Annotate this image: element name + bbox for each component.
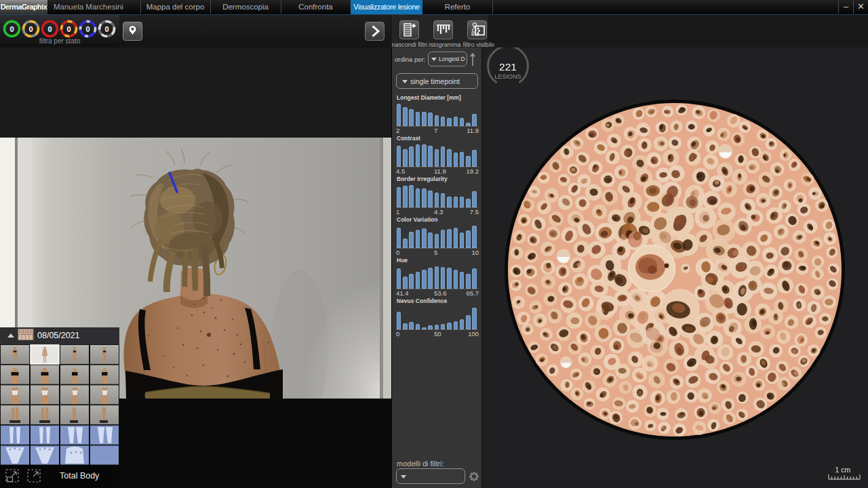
svg-text:0: 0 xyxy=(85,25,90,33)
svg-text:1 cm: 1 cm xyxy=(835,466,851,474)
svg-text:0: 0 xyxy=(9,25,14,33)
svg-text:221: 221 xyxy=(499,61,517,73)
svg-text:LESIONS: LESIONS xyxy=(494,73,521,80)
svg-text:0: 0 xyxy=(47,25,52,33)
svg-text:0: 0 xyxy=(28,25,33,33)
svg-text:0: 0 xyxy=(104,25,108,33)
svg-text:0: 0 xyxy=(66,25,71,33)
